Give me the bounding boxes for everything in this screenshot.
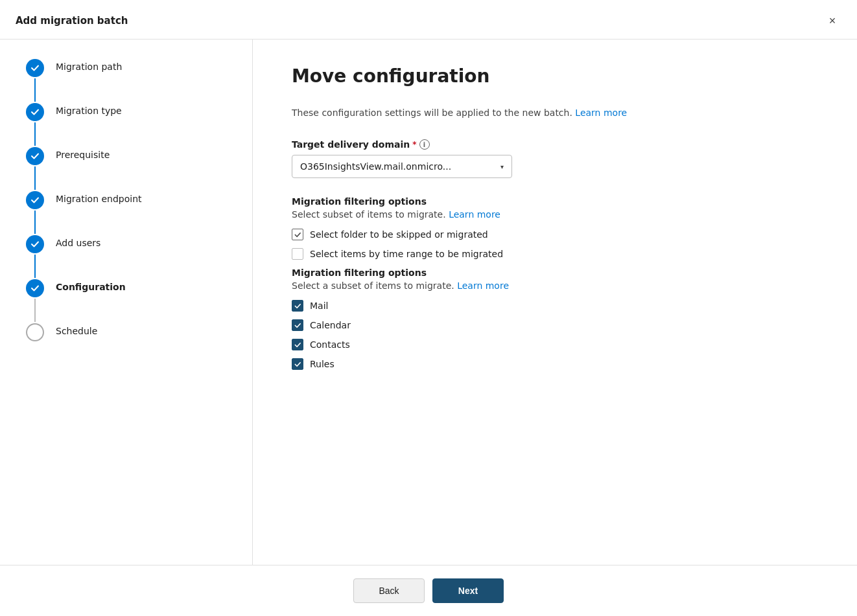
target-delivery-domain-dropdown[interactable]: O365InsightsView.mail.onmicro... ▾ <box>292 155 512 178</box>
checkbox-mail-label: Mail <box>310 301 328 311</box>
checkbox-calendar-box[interactable] <box>292 319 303 331</box>
step-item-migration-path[interactable]: Migration path <box>26 59 252 103</box>
required-star: * <box>412 140 416 149</box>
step-connector-migration-endpoint <box>26 191 44 235</box>
next-button[interactable]: Next <box>432 578 504 603</box>
step-circle-add-users <box>26 235 44 253</box>
step-circle-configuration <box>26 279 44 297</box>
checkbox-calendar[interactable]: Calendar <box>292 319 818 331</box>
step-item-add-users[interactable]: Add users <box>26 235 252 279</box>
step-line-prerequisite <box>34 166 36 190</box>
step-label-configuration: Configuration <box>56 279 126 292</box>
step-connector-migration-type <box>26 103 44 147</box>
step-item-prerequisite[interactable]: Prerequisite <box>26 147 252 191</box>
step-line-add-users <box>34 255 36 278</box>
step-item-schedule: Schedule <box>26 323 252 341</box>
target-delivery-domain-label: Target delivery domain * i <box>292 139 818 150</box>
step-list: Migration path Migration type Prerequisi… <box>26 59 252 341</box>
checkbox-calendar-label: Calendar <box>310 320 351 330</box>
step-circle-migration-path <box>26 59 44 77</box>
step-connector-configuration <box>26 279 44 323</box>
checkbox-time-range-box[interactable] <box>292 248 303 260</box>
checkbox-skip-folder-box[interactable] <box>292 229 303 240</box>
checkbox-contacts[interactable]: Contacts <box>292 339 818 350</box>
dropdown-value: O365InsightsView.mail.onmicro... <box>300 161 451 172</box>
step-line-configuration <box>34 299 36 322</box>
sidebar: Migration path Migration type Prerequisi… <box>0 40 253 565</box>
checkbox-mail[interactable]: Mail <box>292 300 818 312</box>
filtering-section-2-desc: Select a subset of items to migrate. Lea… <box>292 280 818 291</box>
step-label-migration-path: Migration path <box>56 59 122 72</box>
step-connector-migration-path <box>26 59 44 103</box>
step-item-migration-endpoint[interactable]: Migration endpoint <box>26 191 252 235</box>
checkbox-rules-box[interactable] <box>292 358 303 370</box>
step-circle-migration-type <box>26 103 44 121</box>
info-icon: i <box>419 139 430 150</box>
step-circle-prerequisite <box>26 147 44 165</box>
checkbox-contacts-box[interactable] <box>292 339 303 350</box>
page-title: Move configuration <box>292 65 818 87</box>
checkbox-rules[interactable]: Rules <box>292 358 818 370</box>
back-button[interactable]: Back <box>353 578 425 603</box>
filtering-section-1-header: Migration filtering options <box>292 196 818 207</box>
checkbox-mail-box[interactable] <box>292 300 303 312</box>
step-line-migration-type <box>34 122 36 146</box>
step-label-migration-endpoint: Migration endpoint <box>56 191 142 204</box>
step-label-schedule: Schedule <box>56 323 97 336</box>
content-panel: Move configuration These configuration s… <box>253 40 857 565</box>
step-label-prerequisite: Prerequisite <box>56 147 110 160</box>
step-circle-schedule <box>26 323 44 341</box>
step-item-configuration[interactable]: Configuration <box>26 279 252 323</box>
checkbox-skip-folder[interactable]: Select folder to be skipped or migrated <box>292 229 818 240</box>
close-button[interactable]: × <box>823 12 841 30</box>
step-label-migration-type: Migration type <box>56 103 122 116</box>
step-label-add-users: Add users <box>56 235 100 248</box>
step-connector-schedule <box>26 323 44 341</box>
checkbox-skip-folder-label: Select folder to be skipped or migrated <box>310 229 488 240</box>
step-line-migration-path <box>34 78 36 102</box>
learn-more-link-filter1[interactable]: Learn more <box>449 209 500 220</box>
main-area: Migration path Migration type Prerequisi… <box>0 40 857 565</box>
filtering-section-2-header: Migration filtering options <box>292 268 818 278</box>
footer: Back Next <box>0 565 857 616</box>
filtering-section-1-desc: Select subset of items to migrate. Learn… <box>292 209 818 220</box>
step-connector-add-users <box>26 235 44 279</box>
checkbox-time-range-label: Select items by time range to be migrate… <box>310 249 503 259</box>
learn-more-link-filter2[interactable]: Learn more <box>457 280 509 291</box>
checkbox-rules-label: Rules <box>310 359 335 369</box>
step-connector-prerequisite <box>26 147 44 191</box>
step-item-migration-type[interactable]: Migration type <box>26 103 252 147</box>
checkbox-time-range[interactable]: Select items by time range to be migrate… <box>292 248 818 260</box>
title-bar: Add migration batch × <box>0 0 857 40</box>
step-line-migration-endpoint <box>34 211 36 234</box>
dialog-title: Add migration batch <box>16 15 128 27</box>
checkbox-contacts-label: Contacts <box>310 339 350 350</box>
learn-more-link-top[interactable]: Learn more <box>575 108 627 118</box>
description-text: These configuration settings will be app… <box>292 106 818 120</box>
step-circle-migration-endpoint <box>26 191 44 209</box>
chevron-down-icon: ▾ <box>500 163 504 170</box>
